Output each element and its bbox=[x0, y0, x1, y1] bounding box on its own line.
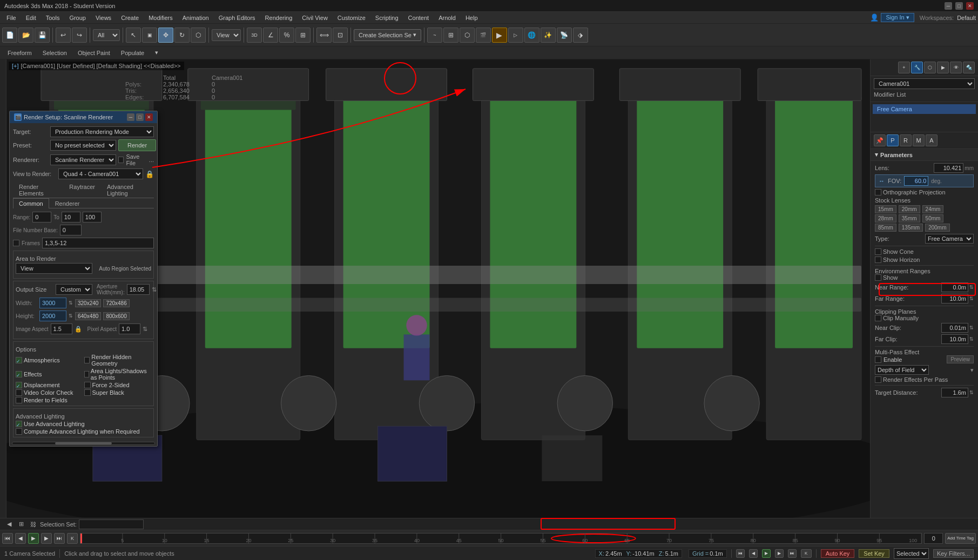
multipass-preview-btn[interactable]: Preview bbox=[947, 355, 974, 363]
target-dropdown[interactable]: Production Rendering Mode bbox=[50, 126, 154, 137]
pixel-aspect-input[interactable] bbox=[119, 323, 140, 334]
workspaces-value[interactable]: Default bbox=[957, 15, 976, 21]
spinner-snap-btn[interactable]: ⊞ bbox=[295, 28, 311, 43]
lens-20mm[interactable]: 20mm bbox=[899, 205, 920, 213]
subtoolbar-objectpaint[interactable]: Object Paint bbox=[75, 49, 113, 57]
subtoolbar-populate[interactable]: Populate bbox=[118, 49, 147, 57]
show-cone-check[interactable] bbox=[875, 248, 881, 255]
dialog-minimize-btn[interactable]: ─ bbox=[127, 113, 134, 121]
sel-arrow-btn[interactable]: ◀ bbox=[4, 519, 14, 529]
bs-next-frame[interactable]: ▶ bbox=[775, 549, 784, 558]
modify-tab-btn[interactable]: 🔧 bbox=[911, 62, 923, 73]
aperture-arrows[interactable]: ⇅ bbox=[152, 286, 157, 293]
image-aspect-input[interactable] bbox=[51, 323, 72, 334]
render-effects-check[interactable] bbox=[875, 376, 881, 383]
create-tab-btn[interactable]: + bbox=[898, 62, 910, 73]
renderer-dropdown[interactable]: Scanline Renderer bbox=[50, 154, 116, 165]
raytracer-btn[interactable]: 📡 bbox=[557, 28, 572, 43]
target-distance-arrows[interactable]: ⇅ bbox=[969, 390, 974, 395]
height-spinup[interactable]: ⇅ bbox=[69, 313, 73, 319]
menu-modifiers[interactable]: Modifiers bbox=[144, 14, 177, 22]
menu-arnold[interactable]: Arnold bbox=[434, 14, 460, 22]
effects-check[interactable]: Effects bbox=[16, 368, 83, 381]
quickrender-btn[interactable]: ▷ bbox=[508, 28, 523, 43]
rotate-btn[interactable]: ↻ bbox=[174, 28, 190, 43]
save-file-browse[interactable]: ... bbox=[149, 157, 154, 163]
goto-end-btn[interactable]: ⏭ bbox=[54, 533, 65, 544]
lens-50mm[interactable]: 50mm bbox=[922, 214, 944, 222]
area-view-dropdown[interactable]: View bbox=[16, 263, 92, 274]
frames-checkbox[interactable] bbox=[13, 240, 19, 246]
multipass-enable-check[interactable] bbox=[875, 356, 881, 363]
output-custom-dropdown[interactable]: Custom bbox=[56, 284, 92, 295]
close-btn[interactable]: ✕ bbox=[966, 2, 974, 10]
snap-toggle-btn[interactable]: 3D bbox=[247, 28, 262, 43]
schematic-btn[interactable]: ⊞ bbox=[443, 28, 458, 43]
key-filter-dropdown[interactable]: Selected bbox=[894, 548, 929, 559]
lens-15mm[interactable]: 15mm bbox=[875, 205, 896, 213]
lens-input[interactable] bbox=[934, 163, 963, 173]
use-adv-lighting-check[interactable]: Use Advanced Lighting bbox=[16, 421, 151, 427]
parameters-section-header[interactable]: ▾ Parameters bbox=[871, 149, 978, 161]
bs-goto-end[interactable]: ⏭ bbox=[788, 549, 797, 558]
pixel-aspect-arrows[interactable]: ⇅ bbox=[143, 326, 147, 333]
next-frame-btn[interactable]: ▶ bbox=[41, 533, 52, 544]
menu-animation[interactable]: Animation bbox=[178, 14, 213, 22]
scale-btn[interactable]: ⬡ bbox=[191, 28, 206, 43]
show-horizon-check[interactable] bbox=[875, 257, 881, 263]
frame-input[interactable] bbox=[924, 533, 943, 544]
preset-800x600-btn[interactable]: 800x600 bbox=[103, 312, 129, 320]
motion-tab-btn[interactable]: ▶ bbox=[937, 62, 949, 73]
image-aspect-lock[interactable]: 🔒 bbox=[75, 326, 82, 333]
rollout-btn[interactable]: R bbox=[900, 134, 912, 146]
lens-200mm[interactable]: 200mm bbox=[925, 224, 949, 232]
force2sided-check[interactable]: Force 2-Sided bbox=[84, 382, 152, 388]
render-button[interactable]: Render bbox=[118, 139, 156, 151]
percent-snap-btn[interactable]: % bbox=[279, 28, 294, 43]
preset-720x486-btn[interactable]: 720x486 bbox=[103, 299, 129, 307]
effects-btn[interactable]: ✨ bbox=[541, 28, 556, 43]
near-clip-arrows[interactable]: ⇅ bbox=[969, 325, 974, 330]
scrollbar-thumb[interactable] bbox=[55, 442, 112, 444]
pin-btn[interactable]: 📌 bbox=[874, 134, 886, 146]
menu-views[interactable]: Views bbox=[91, 14, 116, 22]
super-black-check[interactable]: Super Black bbox=[84, 389, 152, 396]
render-active-btn[interactable]: ▶ bbox=[492, 28, 507, 43]
render-fields-check[interactable]: Render to Fields bbox=[16, 397, 151, 403]
select-region-btn[interactable]: ▣ bbox=[142, 28, 157, 43]
play-btn[interactable]: ▶ bbox=[28, 533, 39, 544]
timeline-ruler[interactable]: 5 10 15 20 25 30 35 40 45 50 5 bbox=[80, 533, 922, 544]
bs-key-mode[interactable]: K bbox=[801, 549, 812, 558]
menu-file[interactable]: File bbox=[2, 14, 21, 22]
type-select[interactable]: Free Camera bbox=[925, 234, 974, 244]
near-range-arrows[interactable]: ⇅ bbox=[969, 285, 974, 290]
bs-goto-start[interactable]: ⏮ bbox=[736, 549, 745, 558]
prev-frame-btn[interactable]: ◀ bbox=[15, 533, 26, 544]
create-selection-set-btn[interactable]: Create Selection Se ▾ bbox=[354, 29, 421, 41]
align-btn[interactable]: ⊡ bbox=[333, 28, 348, 43]
render-hidden-check[interactable]: Render Hidden Geometry bbox=[84, 354, 152, 367]
lens-135mm[interactable]: 135mm bbox=[899, 224, 923, 232]
select-btn[interactable]: ↖ bbox=[126, 28, 141, 43]
redo-btn[interactable]: ↪ bbox=[72, 28, 87, 43]
mirror-btn[interactable]: ⟺ bbox=[316, 28, 332, 43]
far-range-arrows[interactable]: ⇅ bbox=[969, 296, 974, 301]
angle-snap-btn[interactable]: ∠ bbox=[263, 28, 278, 43]
menu-scripting[interactable]: Scripting bbox=[371, 14, 403, 22]
maximize-btn[interactable]: □ bbox=[955, 2, 963, 10]
dof-select[interactable]: Depth of Field bbox=[875, 365, 929, 375]
far-clip-arrows[interactable]: ⇅ bbox=[969, 336, 974, 342]
subtoolbar-extra[interactable]: ▾ bbox=[152, 48, 161, 57]
near-range-input[interactable] bbox=[941, 282, 968, 292]
signin-button[interactable]: Sign In ▾ bbox=[881, 13, 914, 22]
environments-btn[interactable]: 🌐 bbox=[524, 28, 539, 43]
far-range-input[interactable] bbox=[941, 294, 968, 303]
batch-render-btn[interactable]: ⬗ bbox=[573, 28, 588, 43]
atmospherics-check[interactable]: Atmospherics bbox=[16, 354, 83, 367]
lens-28mm[interactable]: 28mm bbox=[875, 214, 896, 222]
key-mode-btn[interactable]: K bbox=[67, 533, 78, 544]
set-key-btn[interactable]: Set Key bbox=[859, 549, 889, 558]
params-btn[interactable]: P bbox=[887, 134, 899, 146]
menu-tools[interactable]: Tools bbox=[42, 14, 64, 22]
menu-content[interactable]: Content bbox=[404, 14, 434, 22]
